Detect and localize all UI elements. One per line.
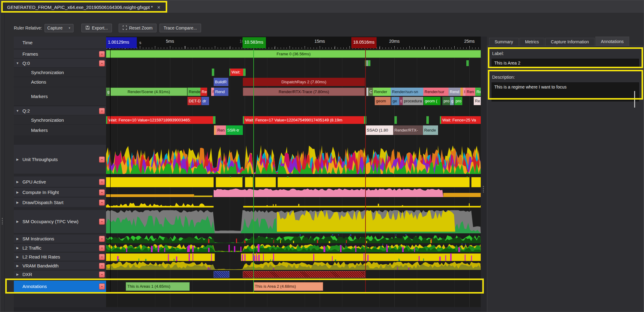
timeline-item[interactable]: Rende [423, 125, 438, 135]
chevron-collapsed-icon[interactable]: ▶ [15, 264, 20, 267]
timeline-item[interactable]: This is Areas 1 (4.65ms) [126, 282, 190, 291]
ruler-relative-dropdown[interactable]: Capture ▼ [45, 24, 73, 32]
timeline-item[interactable]: Render/sur [423, 88, 448, 96]
timeline-item[interactable]: DispatchRays 2 (7.80ms) [243, 78, 365, 86]
timeline-item[interactable]: C [368, 88, 373, 96]
remove-row-button[interactable]: - [99, 51, 105, 57]
tab-metrics[interactable]: Metrics [520, 38, 544, 46]
chevron-collapsed-icon[interactable]: ▶ [15, 158, 20, 161]
timeline-item[interactable]: DET-D [188, 97, 201, 105]
row-label-unit-throughputs[interactable]: ▶Unit Throughputs [14, 145, 106, 174]
chevron-collapsed-icon[interactable]: ▶ [15, 237, 20, 240]
timeline-item[interactable]: Frame 0 (36.56ms) [106, 50, 481, 58]
row-label-frames[interactable]: Frames [14, 49, 106, 58]
timeline-item[interactable]: Ren [465, 88, 475, 96]
timeline-item[interactable]: I [463, 88, 465, 96]
chevron-expanded-icon[interactable]: ▼ [15, 61, 20, 65]
row-label-q0-markers[interactable]: Markers [14, 87, 106, 105]
trace-compare-button[interactable]: Trace Compare... [160, 24, 201, 32]
row-label-q0-actions[interactable]: Actions [14, 77, 106, 87]
row-label-vram-bandwidth[interactable]: ▶VRAM Bandwidth [14, 262, 106, 270]
row-label-l2-read-hit-rates[interactable]: ▶L2 Read Hit Rates [14, 253, 106, 261]
chevron-collapsed-icon[interactable]: ▶ [15, 220, 20, 223]
row-label-annotations[interactable]: Annotations [14, 281, 106, 292]
left-splitter-grip[interactable] [2, 218, 3, 224]
row-label-gpu-active[interactable]: ▶GPU Active [14, 176, 106, 187]
timeline-item[interactable]: pro [442, 97, 450, 105]
timeline-item[interactable]: ge [391, 97, 399, 105]
tab-summary[interactable]: Summary [489, 38, 519, 46]
row-label-sm-instructions[interactable]: ▶SM Instructions [14, 235, 106, 243]
horizontal-scrollbar[interactable] [14, 307, 481, 312]
remove-row-button[interactable]: - [99, 60, 105, 66]
chevron-collapsed-icon[interactable]: ▶ [15, 180, 20, 184]
description-textarea[interactable]: This is a regime where I want to focus [492, 82, 639, 101]
textarea-scrollbar[interactable] [634, 91, 635, 108]
row-label-q2-sync[interactable]: Synchronization [14, 116, 106, 124]
timeline-item[interactable]: Render/RTX- [393, 125, 423, 135]
timeline-item[interactable]: Rende [188, 88, 200, 96]
tab-capture-information[interactable]: Capture Information [545, 38, 595, 46]
tab-annotations[interactable]: Annotations [595, 37, 629, 46]
timeline-item[interactable]: Wait: Fence=10 Value=121597189939003465: [107, 116, 213, 124]
chevron-collapsed-icon[interactable]: ▶ [15, 246, 20, 250]
timeline-item[interactable]: Ren [216, 125, 226, 135]
remove-row-button[interactable]: - [99, 254, 105, 260]
panel-splitter-grip[interactable] [483, 186, 484, 192]
timeline-item[interactable]: Wait: Fence=25 Va [441, 116, 481, 124]
timeline-item[interactable]: Re [474, 97, 481, 105]
timeline-item[interactable]: Re [200, 88, 207, 96]
chevron-collapsed-icon[interactable]: ▶ [15, 273, 20, 276]
remove-row-button[interactable]: - [99, 189, 105, 195]
timeline-item[interactable]: SSAO (1.80 [365, 125, 393, 135]
remove-row-button[interactable]: - [99, 263, 105, 269]
export-button[interactable]: Export... [81, 24, 112, 32]
timeline-item[interactable]: Wait: [230, 69, 243, 76]
row-label-draw-dispatch-start[interactable]: ▶Draw/Dispatch Start [14, 198, 106, 207]
timeline-item[interactable]: Rend [448, 88, 460, 96]
row-label-time[interactable]: Time [14, 37, 106, 49]
close-icon[interactable]: × [157, 5, 160, 10]
remove-row-button[interactable]: - [99, 236, 105, 242]
timeline-item[interactable]: F [211, 88, 214, 96]
row-label-sm-occupancy[interactable]: ▶SM Occupancy (TPC View) [14, 210, 106, 233]
timeline-item[interactable]: This is Area 2 (4.68ms) [253, 282, 323, 291]
remove-row-button[interactable]: - [99, 179, 105, 185]
timeline-item[interactable]: t [399, 97, 403, 105]
label-input[interactable] [492, 59, 639, 67]
timeline-item[interactable]: g [450, 97, 454, 105]
row-label-l2-traffic[interactable]: ▶L2 Traffic [14, 244, 106, 252]
chevron-collapsed-icon[interactable]: ▶ [15, 255, 20, 259]
remove-row-button[interactable]: - [99, 108, 105, 114]
remove-row-button[interactable]: - [99, 219, 105, 225]
panel-splitter[interactable] [481, 37, 487, 312]
timeline-item[interactable]: g [106, 88, 110, 96]
row-label-q0[interactable]: ▼Q:0 [14, 59, 106, 68]
timeline-item[interactable]: pro [454, 97, 462, 105]
timeline-item[interactable]: Wait: Fence=17 Value=1220475499017405149… [244, 116, 364, 124]
timeline-item[interactable]: BuildR [214, 78, 228, 86]
remove-row-button[interactable]: - [99, 156, 105, 163]
remove-row-button[interactable]: - [99, 199, 105, 206]
timeline-item[interactable]: Rend [214, 88, 228, 96]
row-label-compute-in-flight[interactable]: ▶Compute In Flight [14, 188, 106, 197]
timeline-item[interactable]: procedura [403, 97, 423, 105]
timeline-item[interactable]: Render [373, 88, 391, 96]
timeline-item[interactable]: Re [475, 88, 481, 96]
remove-row-button[interactable]: - [99, 271, 105, 278]
chevron-collapsed-icon[interactable]: ▶ [15, 201, 20, 204]
row-label-q2[interactable]: ▼Q:2 [14, 106, 106, 115]
timeline-item[interactable]: geom [375, 97, 391, 105]
row-label-q2-markers[interactable]: Markers [14, 125, 106, 136]
remove-row-button[interactable]: - [99, 283, 105, 290]
timeline-item[interactable]: SSR-tr [226, 125, 243, 135]
remove-row-button[interactable]: - [99, 245, 105, 251]
chevron-collapsed-icon[interactable]: ▶ [15, 191, 20, 194]
timeline-item[interactable]: geom ( [424, 97, 441, 105]
reset-zoom-button[interactable]: Reset Zoom [119, 24, 156, 32]
row-label-q0-sync[interactable]: Synchronization [14, 68, 106, 77]
timeline-item[interactable]: Render/Scene (4.91ms) [110, 88, 187, 96]
timeline-item[interactable]: Render/RTX-Trace (7.80ms) [243, 88, 365, 96]
timeline-item[interactable]: Render/sun-sn [391, 88, 423, 96]
timeline-ruler[interactable]: 5ms10ms15ms20ms25ms1.00129ms10.583ms18.0… [106, 37, 481, 49]
